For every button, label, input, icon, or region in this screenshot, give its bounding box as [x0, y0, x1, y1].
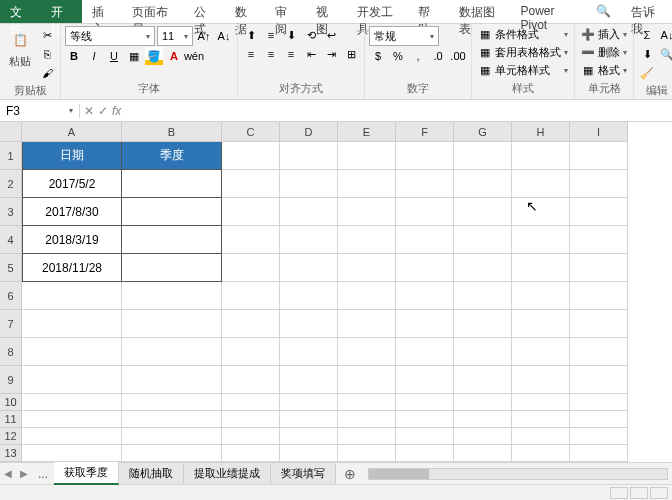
- cell-I3[interactable]: [570, 198, 628, 226]
- cell-B11[interactable]: [122, 411, 222, 428]
- bold-button[interactable]: B: [65, 47, 83, 65]
- cell-E4[interactable]: [338, 226, 396, 254]
- cell-A7[interactable]: [22, 310, 122, 338]
- cell-I5[interactable]: [570, 254, 628, 282]
- comma-button[interactable]: ,: [409, 47, 427, 65]
- row-header-12[interactable]: 12: [0, 428, 22, 445]
- cell-E12[interactable]: [338, 428, 396, 445]
- sheet-nav-prev[interactable]: ◀: [0, 468, 16, 479]
- cell-D6[interactable]: [280, 282, 338, 310]
- cell-A10[interactable]: [22, 394, 122, 411]
- cell-E1[interactable]: [338, 142, 396, 170]
- paste-button[interactable]: 📋 粘贴: [4, 26, 36, 71]
- cell-G7[interactable]: [454, 310, 512, 338]
- currency-button[interactable]: $: [369, 47, 387, 65]
- cell-E11[interactable]: [338, 411, 396, 428]
- fill-color-button[interactable]: 🪣: [145, 47, 163, 65]
- cell-B1[interactable]: 季度: [122, 142, 222, 170]
- tab-search[interactable]: 🔍: [586, 0, 621, 23]
- cell-E13[interactable]: [338, 445, 396, 462]
- cell-C3[interactable]: [222, 198, 280, 226]
- underline-button[interactable]: U: [105, 47, 123, 65]
- cell-B13[interactable]: [122, 445, 222, 462]
- cell-C4[interactable]: [222, 226, 280, 254]
- cell-I10[interactable]: [570, 394, 628, 411]
- page-layout-button[interactable]: [630, 487, 648, 499]
- cell-F4[interactable]: [396, 226, 454, 254]
- cell-F6[interactable]: [396, 282, 454, 310]
- cut-button[interactable]: ✂: [38, 26, 56, 44]
- insert-cells-button[interactable]: ➕插入▾: [579, 26, 629, 43]
- tab-pivot[interactable]: Power Pivot: [511, 0, 586, 23]
- select-all-corner[interactable]: [0, 122, 22, 142]
- align-middle-button[interactable]: ≡: [262, 26, 280, 44]
- cell-D13[interactable]: [280, 445, 338, 462]
- cell-G8[interactable]: [454, 338, 512, 366]
- cell-H5[interactable]: [512, 254, 570, 282]
- border-button[interactable]: ▦: [125, 47, 143, 65]
- cell-E2[interactable]: [338, 170, 396, 198]
- conditional-format-button[interactable]: ▦条件格式▾: [476, 26, 570, 43]
- cell-A6[interactable]: [22, 282, 122, 310]
- clear-button[interactable]: 🧹: [638, 64, 656, 82]
- copy-button[interactable]: ⎘: [38, 45, 56, 63]
- cell-G4[interactable]: [454, 226, 512, 254]
- col-header-D[interactable]: D: [280, 122, 338, 142]
- phonetic-button[interactable]: wén: [185, 47, 203, 65]
- align-right-button[interactable]: ≡: [282, 45, 300, 63]
- cell-G2[interactable]: [454, 170, 512, 198]
- tab-help[interactable]: 帮助: [408, 0, 449, 23]
- decrease-indent-button[interactable]: ⇤: [302, 45, 320, 63]
- format-cells-button[interactable]: ▦格式▾: [579, 62, 629, 79]
- cell-C9[interactable]: [222, 366, 280, 394]
- row-header-6[interactable]: 6: [0, 282, 22, 310]
- cell-I2[interactable]: [570, 170, 628, 198]
- cell-C2[interactable]: [222, 170, 280, 198]
- decrease-font-button[interactable]: A↓: [215, 27, 233, 45]
- col-header-I[interactable]: I: [570, 122, 628, 142]
- font-color-button[interactable]: A: [165, 47, 183, 65]
- cell-A5[interactable]: 2018/11/28: [22, 254, 122, 282]
- font-size-dropdown[interactable]: 11▾: [157, 26, 193, 46]
- cell-E9[interactable]: [338, 366, 396, 394]
- cell-F11[interactable]: [396, 411, 454, 428]
- cell-B9[interactable]: [122, 366, 222, 394]
- row-header-13[interactable]: 13: [0, 445, 22, 462]
- cell-E6[interactable]: [338, 282, 396, 310]
- cell-A9[interactable]: [22, 366, 122, 394]
- cell-D12[interactable]: [280, 428, 338, 445]
- cell-A2[interactable]: 2017/5/2: [22, 170, 122, 198]
- cell-D7[interactable]: [280, 310, 338, 338]
- wrap-text-button[interactable]: ↩: [322, 26, 340, 44]
- cell-I11[interactable]: [570, 411, 628, 428]
- cell-E8[interactable]: [338, 338, 396, 366]
- cell-D3[interactable]: [280, 198, 338, 226]
- cell-G13[interactable]: [454, 445, 512, 462]
- cell-G12[interactable]: [454, 428, 512, 445]
- tab-formulas[interactable]: 公式: [184, 0, 225, 23]
- cell-C1[interactable]: [222, 142, 280, 170]
- cell-F5[interactable]: [396, 254, 454, 282]
- increase-decimal-button[interactable]: .0: [429, 47, 447, 65]
- format-painter-button[interactable]: 🖌: [38, 64, 56, 82]
- cell-F13[interactable]: [396, 445, 454, 462]
- col-header-G[interactable]: G: [454, 122, 512, 142]
- row-header-8[interactable]: 8: [0, 338, 22, 366]
- horizontal-scrollbar[interactable]: [368, 468, 668, 480]
- cell-G3[interactable]: [454, 198, 512, 226]
- cell-A11[interactable]: [22, 411, 122, 428]
- row-header-10[interactable]: 10: [0, 394, 22, 411]
- cell-B2[interactable]: [122, 170, 222, 198]
- cell-I1[interactable]: [570, 142, 628, 170]
- cell-G11[interactable]: [454, 411, 512, 428]
- cell-I6[interactable]: [570, 282, 628, 310]
- row-header-5[interactable]: 5: [0, 254, 22, 282]
- cell-I9[interactable]: [570, 366, 628, 394]
- tab-view[interactable]: 视图: [306, 0, 347, 23]
- normal-view-button[interactable]: [610, 487, 628, 499]
- cell-E5[interactable]: [338, 254, 396, 282]
- name-box[interactable]: F3▾: [0, 104, 80, 118]
- cell-F3[interactable]: [396, 198, 454, 226]
- cell-F7[interactable]: [396, 310, 454, 338]
- row-header-2[interactable]: 2: [0, 170, 22, 198]
